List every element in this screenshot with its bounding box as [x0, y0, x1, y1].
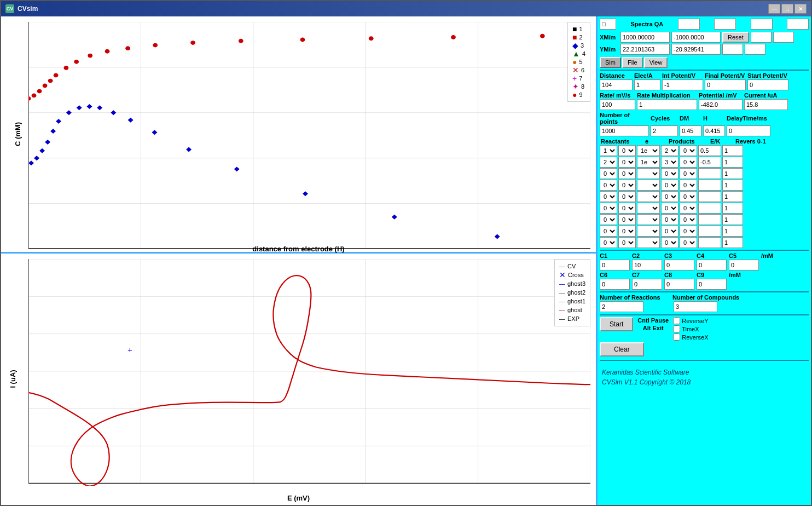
- potential-mv-input[interactable]: [699, 99, 743, 110]
- reverse-x-checkbox[interactable]: [673, 334, 680, 341]
- time-x-checkbox-label[interactable]: TimeX: [673, 325, 708, 332]
- r9-rev-input[interactable]: [722, 237, 743, 248]
- r2-rev-input[interactable]: [722, 157, 743, 168]
- c2-input[interactable]: [632, 260, 662, 271]
- r7-reactant1-select[interactable]: 0: [600, 214, 617, 225]
- num-points-input[interactable]: [600, 125, 649, 136]
- c4-input[interactable]: [697, 260, 727, 271]
- r6-reactant1-select[interactable]: 0: [600, 203, 617, 214]
- r8-ek-input[interactable]: [698, 226, 721, 237]
- ym-extra1[interactable]: [722, 44, 743, 55]
- start-button[interactable]: Start: [600, 317, 633, 331]
- r1-reactant2-select[interactable]: 012: [618, 145, 636, 156]
- elec-a-input[interactable]: [634, 79, 660, 90]
- r4-e-select[interactable]: [637, 180, 660, 191]
- xm-input1[interactable]: [620, 32, 670, 43]
- tab-view[interactable]: View: [644, 57, 668, 68]
- spectra-qa-input1[interactable]: [678, 19, 700, 30]
- r3-product2-select[interactable]: 0: [680, 168, 697, 179]
- minimize-button[interactable]: —: [768, 4, 780, 14]
- r9-product1-select[interactable]: 0: [661, 237, 678, 248]
- time-x-checkbox[interactable]: [673, 325, 680, 332]
- r7-rev-input[interactable]: [722, 214, 743, 225]
- rate-mv-input[interactable]: [600, 99, 635, 110]
- distance-input[interactable]: [600, 79, 633, 90]
- r6-rev-input[interactable]: [722, 203, 743, 214]
- current-ua-input[interactable]: [744, 99, 788, 110]
- spectra-qa-input2[interactable]: [714, 19, 736, 30]
- num-reactions-input[interactable]: [600, 301, 643, 312]
- c9-input[interactable]: [697, 279, 727, 290]
- r5-rev-input[interactable]: [722, 191, 743, 202]
- spectra-qa-input3[interactable]: [751, 19, 773, 30]
- ym-input1[interactable]: [620, 44, 670, 55]
- c3-input[interactable]: [664, 260, 694, 271]
- r5-e-select[interactable]: [637, 191, 660, 202]
- r6-product2-select[interactable]: 0: [680, 203, 697, 214]
- ym-extra2[interactable]: [745, 44, 765, 55]
- r1-product1-select[interactable]: 201: [661, 145, 678, 156]
- start-potent-input[interactable]: [747, 79, 788, 90]
- r2-reactant2-select[interactable]: 012: [618, 157, 636, 168]
- r6-product1-select[interactable]: 0: [661, 203, 678, 214]
- r7-product2-select[interactable]: 0: [680, 214, 697, 225]
- ym-input2[interactable]: [671, 44, 721, 55]
- r2-product2-select[interactable]: 012: [680, 157, 697, 168]
- r7-reactant2-select[interactable]: 0: [618, 214, 636, 225]
- spectra-checkbox-input[interactable]: [600, 19, 616, 30]
- c6-input[interactable]: [600, 279, 630, 290]
- xm-extra1[interactable]: [751, 32, 772, 43]
- r3-e-select[interactable]: [637, 168, 660, 179]
- maximize-button[interactable]: □: [781, 4, 793, 14]
- r9-reactant1-select[interactable]: 0: [600, 237, 617, 248]
- num-compounds-input[interactable]: [674, 301, 717, 312]
- final-potent-input[interactable]: [705, 79, 746, 90]
- reverse-y-checkbox[interactable]: [673, 317, 680, 324]
- delay-time-input[interactable]: [727, 125, 770, 136]
- xm-extra2[interactable]: [773, 32, 794, 43]
- r8-reactant1-select[interactable]: 0: [600, 226, 617, 237]
- r7-product1-select[interactable]: 0: [661, 214, 678, 225]
- r9-reactant2-select[interactable]: 0: [618, 237, 636, 248]
- r9-ek-input[interactable]: [698, 237, 721, 248]
- reset-button[interactable]: Reset: [722, 32, 749, 43]
- int-potent-input[interactable]: [662, 79, 703, 90]
- dm-input[interactable]: [680, 125, 701, 136]
- r4-ek-input[interactable]: [698, 180, 721, 191]
- c7-input[interactable]: [632, 279, 662, 290]
- r8-rev-input[interactable]: [722, 226, 743, 237]
- r3-ek-input[interactable]: [698, 168, 721, 179]
- c8-input[interactable]: [664, 279, 694, 290]
- cycles-input[interactable]: [651, 125, 678, 136]
- r4-rev-input[interactable]: [722, 180, 743, 191]
- r5-reactant1-select[interactable]: 0: [600, 191, 617, 202]
- r4-product1-select[interactable]: 0: [661, 180, 678, 191]
- r3-product1-select[interactable]: 0: [661, 168, 678, 179]
- r2-product1-select[interactable]: 3012: [661, 157, 678, 168]
- r3-rev-input[interactable]: [722, 168, 743, 179]
- r7-ek-input[interactable]: [698, 214, 721, 225]
- rate-mult-input[interactable]: [637, 99, 697, 110]
- r1-e-select[interactable]: 1e2e0e: [637, 145, 660, 156]
- r2-reactant1-select[interactable]: 201: [600, 157, 617, 168]
- clear-button[interactable]: Clear: [600, 342, 644, 357]
- r4-reactant2-select[interactable]: 0: [618, 180, 636, 191]
- spectra-qa-input4[interactable]: [787, 19, 809, 30]
- r4-reactant1-select[interactable]: 0: [600, 180, 617, 191]
- h-input[interactable]: [703, 125, 725, 136]
- r2-ek-input[interactable]: [698, 157, 721, 168]
- r3-reactant1-select[interactable]: 0: [600, 168, 617, 179]
- tab-sim[interactable]: Sim: [600, 57, 621, 68]
- r5-product1-select[interactable]: 0: [661, 191, 678, 202]
- reverse-x-checkbox-label[interactable]: ReverseX: [673, 334, 708, 341]
- tab-file[interactable]: File: [622, 57, 643, 68]
- r1-product2-select[interactable]: 012: [680, 145, 697, 156]
- r8-e-select[interactable]: [637, 226, 660, 237]
- r4-product2-select[interactable]: 0: [680, 180, 697, 191]
- r1-rev-input[interactable]: [722, 145, 743, 156]
- reverse-y-checkbox-label[interactable]: ReverseY: [673, 317, 708, 324]
- r9-e-select[interactable]: [637, 237, 660, 248]
- r8-product1-select[interactable]: 0: [661, 226, 678, 237]
- r7-e-select[interactable]: [637, 214, 660, 225]
- r3-reactant2-select[interactable]: 0: [618, 168, 636, 179]
